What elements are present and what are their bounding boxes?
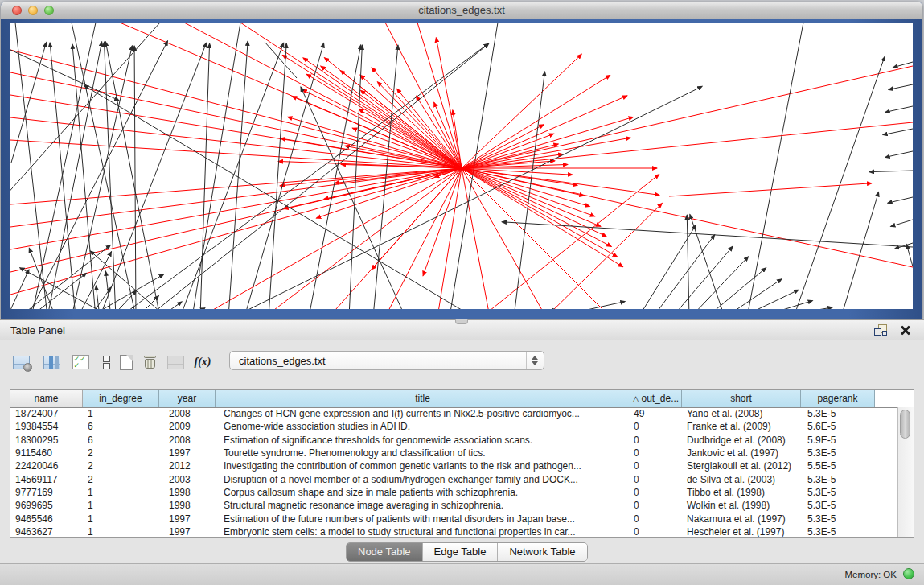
cell-name[interactable]: 18724007 (10, 408, 83, 419)
edge[interactable] (200, 168, 462, 309)
table-row[interactable]: 911546021997Tourette syndrome. Phenomeno… (10, 447, 898, 459)
cell-name[interactable]: 9115460 (10, 447, 83, 459)
cell-short[interactable]: Stergiakouli et al. (2012) (682, 460, 801, 472)
delete-entry-button[interactable] (138, 350, 161, 374)
edge[interactable] (10, 168, 462, 227)
tab-node-table[interactable]: Node Table (347, 543, 423, 561)
cell-pagerank[interactable]: 5.6E-5 (801, 421, 875, 432)
function-builder-button[interactable]: f(x) (191, 350, 214, 374)
edge[interactable] (502, 222, 913, 247)
edge[interactable] (361, 90, 462, 168)
delete-table-button[interactable] (164, 350, 187, 374)
edge[interactable] (869, 171, 913, 172)
cell-in_degree[interactable]: 6 (83, 421, 159, 432)
cell-in_degree[interactable]: 1 (83, 487, 159, 498)
edge[interactable] (138, 295, 159, 309)
edge[interactable] (288, 117, 462, 168)
cell-name[interactable]: 18300295 (10, 435, 83, 446)
edge[interactable] (134, 46, 136, 309)
cell-title[interactable]: Disruption of a novel member of a sodium… (216, 474, 630, 485)
edge[interactable] (462, 168, 659, 195)
edge[interactable] (554, 302, 625, 309)
cell-year[interactable]: 2012 (159, 460, 216, 472)
scrollbar-thumb[interactable] (900, 410, 910, 439)
edge[interactable] (50, 43, 76, 309)
cell-year[interactable]: 2008 (159, 435, 216, 446)
edge[interactable] (841, 192, 879, 309)
cell-title[interactable]: Genome-wide association studies in ADHD. (216, 421, 630, 432)
table-row[interactable]: 946554611997Estimation of the future num… (10, 512, 898, 525)
edge[interactable] (462, 138, 630, 168)
float-window-icon[interactable] (874, 324, 887, 336)
edge[interactable] (423, 168, 462, 276)
cell-year[interactable]: 2009 (159, 421, 216, 432)
cell-out_de[interactable]: 49 (630, 408, 682, 419)
cell-name[interactable]: 9463627 (10, 526, 83, 537)
cell-in_degree[interactable]: 2 (83, 460, 159, 472)
column-header-name[interactable]: name (10, 390, 83, 407)
edge[interactable] (653, 235, 715, 309)
table-row[interactable]: 977716911998Corpus callosum shape and si… (10, 486, 898, 499)
cell-short[interactable]: Nakamura et al. (1997) (682, 513, 801, 525)
cell-name[interactable]: 9699695 (10, 500, 83, 511)
edge[interactable] (100, 43, 207, 309)
cell-pagerank[interactable]: 5.3E-5 (801, 487, 875, 498)
cell-title[interactable]: Estimation of the future numbers of pati… (216, 513, 630, 525)
cell-year[interactable]: 1997 (159, 526, 216, 537)
panel-resize-notch[interactable] (455, 319, 468, 324)
edge[interactable] (462, 168, 606, 237)
table-selector-dropdown[interactable]: citations_edges.txt (229, 351, 544, 370)
edge[interactable] (10, 23, 160, 203)
edge[interactable] (302, 89, 462, 168)
column-header-out_de[interactable]: △out_de... (630, 390, 682, 407)
close-panel-icon[interactable] (900, 324, 911, 336)
cell-pagerank[interactable]: 5.5E-5 (801, 460, 875, 472)
cell-pagerank[interactable]: 5.9E-5 (801, 435, 875, 446)
table-row[interactable]: 1830029562008Estimation of significance … (10, 434, 898, 447)
cell-in_degree[interactable]: 2 (83, 474, 159, 485)
cell-year[interactable]: 1998 (159, 487, 216, 498)
edge[interactable] (883, 129, 913, 135)
edge[interactable] (885, 106, 913, 112)
window-titlebar[interactable]: citations_edges.txt (1, 2, 922, 20)
edge[interactable] (889, 84, 913, 89)
edge[interactable] (10, 168, 462, 204)
table-row[interactable]: 1938455462009Genome-wide association stu… (10, 420, 898, 433)
cell-pagerank[interactable]: 5.3E-5 (801, 513, 875, 525)
edge[interactable] (890, 220, 913, 226)
edge[interactable] (672, 246, 733, 309)
cell-pagerank[interactable]: 5.3E-5 (801, 447, 875, 459)
edge[interactable] (335, 168, 462, 183)
cell-title[interactable]: Estimation of significance thresholds fo… (216, 435, 630, 446)
table-row[interactable]: 969969511998Structural magnetic resonanc… (10, 499, 898, 512)
column-header-pagerank[interactable]: pagerank (801, 390, 875, 407)
cell-out_de[interactable]: 0 (630, 421, 682, 432)
edge[interactable] (707, 268, 766, 309)
cell-in_degree[interactable]: 1 (83, 408, 159, 419)
edge[interactable] (280, 168, 462, 186)
table-settings-button[interactable] (10, 350, 32, 374)
edge[interactable] (265, 42, 297, 78)
column-header-short[interactable]: short (682, 390, 801, 407)
table-row[interactable]: 946362711997Embryonic stem cells: a mode… (10, 525, 898, 537)
cell-title[interactable]: Changes of HCN gene expression and I(f) … (216, 408, 630, 419)
edge[interactable] (462, 122, 913, 168)
cell-short[interactable]: Wolkin et al. (1998) (682, 500, 801, 511)
cell-year[interactable]: 1998 (159, 500, 216, 511)
cell-name[interactable]: 19384554 (10, 421, 83, 432)
network-graph[interactable] (10, 23, 913, 309)
edge[interactable] (462, 66, 913, 168)
edge[interactable] (794, 56, 885, 309)
show-columns-button[interactable] (40, 350, 63, 374)
cell-out_de[interactable]: 0 (630, 500, 682, 511)
edge[interactable] (27, 41, 168, 309)
cell-in_degree[interactable]: 2 (83, 447, 159, 459)
edge[interactable] (741, 290, 799, 309)
edge[interactable] (233, 86, 702, 309)
edge[interactable] (19, 245, 111, 309)
cell-short[interactable]: Hescheler et al. (1997) (682, 526, 801, 537)
edge[interactable] (265, 168, 462, 309)
cell-title[interactable]: Tourette syndrome. Phenomenology and cla… (216, 447, 630, 459)
cell-in_degree[interactable]: 1 (83, 513, 159, 525)
cell-name[interactable]: 22420046 (10, 460, 83, 472)
